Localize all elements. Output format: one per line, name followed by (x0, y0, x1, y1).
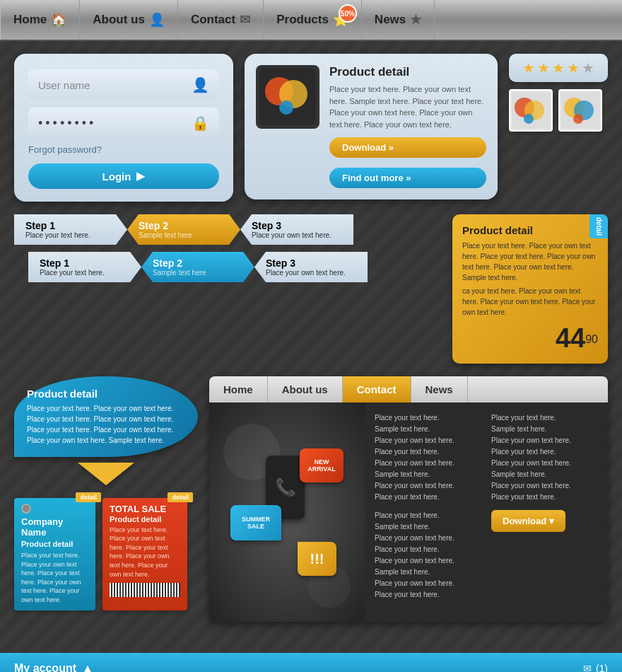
username-field[interactable]: User name 👤 (28, 69, 219, 100)
nav-about[interactable]: About us 👤 (80, 0, 178, 40)
main-content: User name 👤 •••••••• 🔒 Forgot password? … (0, 41, 622, 647)
nav-news[interactable]: News ★ (362, 0, 435, 40)
bubble-text: Place your text here. Place your own tex… (27, 403, 185, 446)
middle-row: Step 1 Place your text here. Step 2 Samp… (14, 214, 608, 364)
step1-label: Step 1 (25, 220, 116, 231)
step3-label: Step 3 (252, 220, 342, 231)
star-rating[interactable]: ★ ★ ★ ★ ★ (509, 54, 608, 82)
star-1: ★ (522, 59, 535, 76)
mini-nav-contact[interactable]: Contact (343, 376, 411, 402)
product-image (256, 65, 319, 129)
account-left: My account ▲ (14, 662, 93, 672)
mini-nav-home[interactable]: Home (209, 376, 268, 402)
nav-home[interactable]: Home 🏠 (0, 0, 80, 40)
thumbnail-1[interactable] (509, 89, 553, 132)
tag-total-sale: TOTAL SALE (110, 504, 180, 515)
left-section: Product detail Place your text here. Pla… (14, 376, 198, 622)
steps-row-2: Step 1 Place your text here. Step 2 Samp… (14, 252, 441, 282)
product-thumbnail (259, 69, 316, 125)
step-2-row2: Step 2 Sample text here (141, 252, 254, 282)
nav-home-label: Home (13, 13, 47, 27)
orange-card: detail Product detail Place your text he… (452, 214, 608, 364)
step3b-text: Place your own text here. (266, 269, 356, 277)
mini-nav-home-label: Home (223, 383, 253, 395)
step-3-row1: Step 3 Place your own text here. (240, 214, 353, 245)
mini-navigation: Home About us Contact News (209, 376, 608, 402)
tag-hole-blue (21, 504, 31, 514)
step-1-row2: Step 1 Place your text here. (28, 252, 141, 282)
mini-text-2: Place your text here. Sample text here. … (375, 510, 481, 601)
forgot-password-link[interactable]: Forgot password? (28, 144, 219, 155)
download-button-top[interactable]: Download » (329, 137, 486, 158)
mail-icon: ✉ (583, 663, 592, 672)
tag-orange-body: Place your text here. Place your own tex… (110, 526, 180, 579)
tag-blue: detail Company Name Product detail Place… (14, 498, 95, 610)
mini-nav-section: Home About us Contact News (209, 376, 608, 622)
star-2: ★ (537, 59, 550, 76)
nav-news-label: News (375, 13, 406, 27)
password-field[interactable]: •••••••• 🔒 (28, 108, 219, 139)
step-1-row1: Step 1 Place your text here. (14, 214, 127, 245)
right-card-desc2: ca your text here. Place your own text h… (462, 286, 598, 318)
my-account-label: My account (14, 662, 76, 672)
nav-products[interactable]: Products ⭐ 50% (264, 0, 362, 40)
steps-section: Step 1 Place your text here. Step 2 Samp… (14, 214, 441, 364)
home-icon: 🏠 (51, 12, 66, 28)
step1b-label: Step 1 (40, 257, 130, 269)
price-tag: 4490 (462, 323, 598, 354)
step2b-text: Sample text here (153, 269, 243, 277)
step1-text: Place your text here. (25, 231, 116, 239)
nav-contact-label: Contact (191, 13, 235, 27)
bottom-row: Product detail Place your text here. Pla… (14, 376, 608, 622)
mini-nav-about-label: About us (282, 383, 328, 395)
download-button-dark[interactable]: Download ▾ (491, 510, 565, 532)
download-dark-label: Download ▾ (503, 516, 554, 526)
product-detail-box: Product detail Place your text here. Pla… (245, 54, 498, 199)
star-3: ★ (552, 59, 565, 76)
nav-contact[interactable]: Contact ✉ (178, 0, 264, 40)
mini-content: 📞 SUMMER SALE NEW ARRIVAL !!! Place your… (209, 402, 608, 622)
login-button[interactable]: Login ▶ (28, 163, 219, 189)
step1b-text: Place your text here. (40, 269, 130, 277)
steps-row-1: Step 1 Place your text here. Step 2 Samp… (14, 214, 441, 245)
speech-bubble-yellow: !!! (298, 542, 336, 576)
password-dots: •••••••• (38, 116, 96, 131)
step2-label: Step 2 (139, 220, 229, 231)
step-3-row2: Step 3 Place your own text here. (254, 252, 368, 282)
text-col-1: Place your text here. Sample text here. … (375, 412, 481, 612)
barcode (110, 583, 180, 597)
step3b-label: Step 3 (266, 257, 356, 269)
tag-company: Company Name (21, 516, 88, 538)
nav-products-label: Products (276, 13, 329, 27)
svg-point-7 (524, 114, 534, 124)
step-2-row1: Step 2 Sample text here (127, 214, 240, 245)
arrow-down-icon (78, 463, 134, 485)
account-right: ✉ (1) (583, 663, 608, 672)
svg-point-3 (279, 100, 293, 115)
account-arrow-icon: ▲ (82, 662, 93, 672)
phone-symbol: 📞 (275, 477, 296, 497)
products-badge: 50% (339, 4, 357, 23)
product-detail-right-card: detail Product detail Place your text he… (452, 214, 608, 364)
ribbon-text: detail (595, 217, 603, 236)
mini-nav-about[interactable]: About us (268, 376, 343, 402)
star-4: ★ (567, 59, 580, 76)
mini-visual: 📞 SUMMER SALE NEW ARRIVAL !!! (209, 402, 365, 622)
mail-count: (1) (596, 663, 608, 672)
mini-nav-contact-label: Contact (357, 383, 397, 395)
find-out-label: Find out more » (342, 173, 411, 183)
tags-row: detail Company Name Product detail Place… (14, 498, 198, 610)
mini-nav-news[interactable]: News (411, 376, 468, 402)
product-description: Place your text here. Place your own tex… (329, 83, 486, 130)
tag-blue-label: detail (76, 492, 101, 502)
find-out-more-button[interactable]: Find out more » (329, 168, 486, 188)
tag-orange-label: detail (168, 492, 193, 502)
lock-icon: 🔒 (192, 115, 209, 132)
thumbnail-2[interactable] (558, 89, 602, 132)
tag-orange-subtitle: Product detail (110, 515, 180, 523)
news-icon: ★ (410, 12, 421, 28)
mini-nav-news-label: News (426, 383, 453, 395)
username-placeholder: User name (38, 79, 90, 91)
star-5-empty: ★ (582, 59, 594, 76)
mini-text-area: Place your text here. Sample text here. … (365, 402, 608, 622)
